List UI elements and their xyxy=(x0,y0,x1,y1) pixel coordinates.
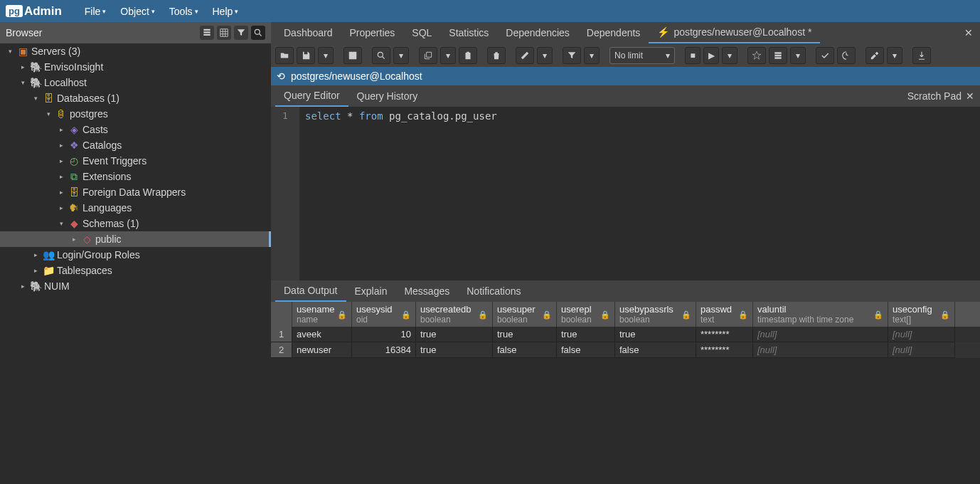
collapse-icon[interactable]: ▾ xyxy=(44,110,53,117)
tree-catalogs[interactable]: ▸ ❖ Catalogs xyxy=(0,137,271,153)
tree-postgres[interactable]: ▾ 🛢 postgres xyxy=(0,106,271,122)
explain-dropdown[interactable]: ▾ xyxy=(790,47,806,64)
column-header-useconfig[interactable]: useconfigtext[]🔒 xyxy=(888,302,955,327)
delete-button[interactable] xyxy=(487,47,506,64)
explain-analyze-button[interactable] xyxy=(769,47,787,64)
tab-properties[interactable]: Properties xyxy=(341,23,404,43)
column-header-usesuper[interactable]: usesuperboolean🔒 xyxy=(493,302,557,327)
cell[interactable]: true xyxy=(416,327,493,342)
edit-button[interactable] xyxy=(343,47,362,64)
cell[interactable]: true xyxy=(557,327,615,342)
tree-localhost[interactable]: ▾ 🐘 Localhost xyxy=(0,75,271,90)
find-dropdown[interactable]: ▾ xyxy=(393,47,409,64)
expand-icon[interactable]: ▸ xyxy=(31,251,40,258)
cell[interactable]: 16384 xyxy=(352,342,416,358)
cell[interactable]: [null] xyxy=(753,327,888,342)
column-header-usename[interactable]: usenamename🔒 xyxy=(292,302,352,327)
expand-icon[interactable]: ▸ xyxy=(57,189,65,196)
tree-public[interactable]: ▸ ◇ public xyxy=(0,231,271,247)
menu-help[interactable]: Help▾ xyxy=(206,6,246,17)
copy-dropdown[interactable]: ▾ xyxy=(440,47,456,64)
tab-data-output[interactable]: Data Output xyxy=(275,280,346,302)
tab-explain[interactable]: Explain xyxy=(346,281,396,301)
paste-button[interactable] xyxy=(459,47,477,64)
tab-query-history[interactable]: Query History xyxy=(348,86,427,106)
expand-icon[interactable]: ▸ xyxy=(57,173,65,180)
copy-button[interactable] xyxy=(419,47,437,64)
cell[interactable]: [null] xyxy=(753,342,888,358)
edit-grid-dropdown[interactable]: ▾ xyxy=(537,47,553,64)
commit-button[interactable] xyxy=(816,47,834,64)
collapse-icon[interactable]: ▾ xyxy=(18,79,27,86)
tab-notifications[interactable]: Notifications xyxy=(458,281,529,301)
expand-icon[interactable]: ▸ xyxy=(31,267,40,274)
close-scratch-button[interactable]: ✕ xyxy=(966,90,974,102)
execute-button[interactable]: ▶ xyxy=(703,47,719,64)
cell[interactable]: 10 xyxy=(352,327,416,342)
sql-editor[interactable]: 1 select * from pg_catalog.pg_user xyxy=(271,107,980,280)
find-button[interactable] xyxy=(372,47,390,64)
tree-casts[interactable]: ▸ ◈ Casts xyxy=(0,122,271,137)
cell[interactable]: true xyxy=(493,327,557,342)
save-button[interactable] xyxy=(297,47,315,64)
cell[interactable]: true xyxy=(615,327,696,342)
expand-icon[interactable]: ▸ xyxy=(18,283,27,290)
rollback-button[interactable] xyxy=(837,47,856,64)
tree-event-triggers[interactable]: ▸ ◴ Event Triggers xyxy=(0,153,271,169)
tab-dependencies[interactable]: Dependencies xyxy=(497,23,578,43)
expand-icon[interactable]: ▸ xyxy=(70,236,78,243)
cell[interactable]: true xyxy=(416,342,493,358)
search-objects-button[interactable] xyxy=(251,26,265,40)
table-row[interactable]: 1aveek10truetruetruetrue********[null][n… xyxy=(271,327,980,342)
result-grid[interactable]: usenamename🔒usesysidoid🔒usecreatedbboole… xyxy=(271,302,980,484)
tab-messages[interactable]: Messages xyxy=(395,281,458,301)
tree-fdw[interactable]: ▸ 🗄 Foreign Data Wrappers xyxy=(0,184,271,200)
edit-grid-button[interactable] xyxy=(516,47,534,64)
tree-servers[interactable]: ▾ ▣ Servers (3) xyxy=(0,43,271,59)
expand-icon[interactable]: ▸ xyxy=(57,142,65,149)
menu-tools[interactable]: Tools▾ xyxy=(162,6,206,17)
cell[interactable]: false xyxy=(557,342,615,358)
code-content[interactable]: select * from pg_catalog.pg_user xyxy=(299,107,980,280)
cell[interactable]: newuser xyxy=(292,342,352,358)
expand-icon[interactable]: ▸ xyxy=(57,204,65,211)
menu-file[interactable]: File▾ xyxy=(78,6,114,17)
save-dropdown[interactable]: ▾ xyxy=(318,47,334,64)
table-row[interactable]: 2newuser16384truefalsefalsefalse********… xyxy=(271,342,980,358)
tab-query-tool[interactable]: ⚡ postgres/newuser@Localhost * xyxy=(649,22,820,43)
clear-button[interactable] xyxy=(866,47,884,64)
tree-login-roles[interactable]: ▸ 👥 Login/Group Roles xyxy=(0,247,271,263)
collapse-icon[interactable]: ▾ xyxy=(31,95,40,102)
execute-dropdown[interactable]: ▾ xyxy=(722,47,737,64)
view-data-button[interactable] xyxy=(217,26,231,40)
expand-icon[interactable]: ▸ xyxy=(18,63,27,70)
cell[interactable]: false xyxy=(493,342,557,358)
explain-button[interactable] xyxy=(747,47,766,64)
tree-tablespaces[interactable]: ▸ 📁 Tablespaces xyxy=(0,263,271,278)
menu-object[interactable]: Object▾ xyxy=(113,6,161,17)
tree-databases[interactable]: ▾ 🗄 Databases (1) xyxy=(0,90,271,106)
cell[interactable]: false xyxy=(615,342,696,358)
tab-dashboard[interactable]: Dashboard xyxy=(275,23,341,43)
column-header-usesysid[interactable]: usesysidoid🔒 xyxy=(352,302,416,327)
clear-dropdown[interactable]: ▾ xyxy=(887,47,902,64)
tree-schemas[interactable]: ▾ ◆ Schemas (1) xyxy=(0,216,271,231)
cell[interactable]: [null] xyxy=(888,327,955,342)
tree-languages[interactable]: ▸ 🗣 Languages xyxy=(0,200,271,216)
column-header-usebypassrls[interactable]: usebypassrlsboolean🔒 xyxy=(615,302,696,327)
tab-dependents[interactable]: Dependents xyxy=(578,23,649,43)
tab-statistics[interactable]: Statistics xyxy=(440,23,497,43)
tree-envisoinsight[interactable]: ▸ 🐘 EnvisoInsight xyxy=(0,59,271,75)
tree-panel[interactable]: ▾ ▣ Servers (3) ▸ 🐘 EnvisoInsight ▾ 🐘 Lo… xyxy=(0,43,271,484)
expand-icon[interactable]: ▸ xyxy=(57,157,65,164)
cell[interactable]: ******** xyxy=(696,327,753,342)
expand-icon[interactable]: ▸ xyxy=(57,126,65,133)
collapse-icon[interactable]: ▾ xyxy=(57,220,65,227)
column-header-valuntil[interactable]: valuntiltimestamp with time zone🔒 xyxy=(753,302,888,327)
cell[interactable]: ******** xyxy=(696,342,753,358)
cell[interactable]: aveek xyxy=(292,327,352,342)
tree-extensions[interactable]: ▸ ⧉ Extensions xyxy=(0,169,271,184)
query-tool-button[interactable] xyxy=(200,26,214,40)
column-header-usecreatedb[interactable]: usecreatedbboolean🔒 xyxy=(416,302,493,327)
filter-button[interactable] xyxy=(563,47,581,64)
